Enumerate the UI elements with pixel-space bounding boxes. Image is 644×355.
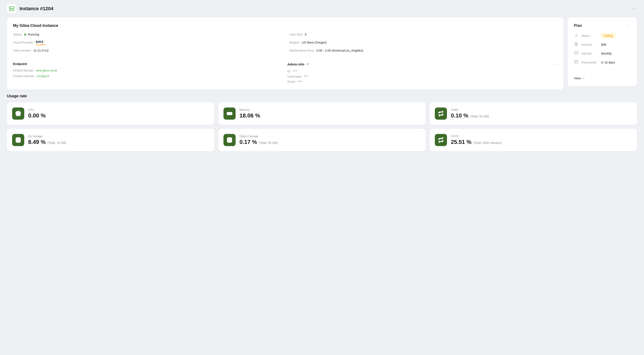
usage-value-object-storage: 0.17 % (Total: 50 GB)	[240, 139, 278, 145]
user-limit-label: User limit:	[290, 33, 303, 36]
divider	[13, 57, 558, 57]
gitea-version-label: Gitea version:	[13, 49, 32, 52]
usage-info-cpu: CPU 0.00 %	[28, 108, 46, 119]
eye-icon[interactable]: 👁	[306, 62, 310, 66]
usage-name-cpu: CPU	[28, 108, 46, 111]
usage-card-cpu: CPU 0.00 %	[7, 102, 214, 125]
usage-total-traffic: (Total: 50 GB)	[470, 115, 489, 118]
page-title: Instance #1204	[20, 6, 54, 12]
svg-rect-0	[9, 7, 14, 8]
usage-total-object-storage: (Total: 50 GB)	[259, 141, 278, 145]
admin-info-title: Admin Info	[287, 62, 304, 66]
user-limit-row: User limit: 5	[290, 33, 558, 36]
default-domain-value[interactable]: ●●●.gitea.cloud	[36, 69, 57, 72]
cpu-icon	[12, 108, 24, 120]
default-domain-label: Default domain:	[13, 69, 34, 72]
usage-total-git-storage: (Total: 10 GB)	[48, 141, 66, 145]
header-menu-dots[interactable]: ···	[632, 6, 637, 12]
usage-total-cicd: (Total: 1000 minutes)	[473, 141, 502, 145]
admin-username-row: Username: ***	[287, 75, 558, 78]
usage-card-traffic: Traffic 0.10 % (Total: 50 GB)	[430, 102, 637, 125]
usage-value-cpu: 0.00 %	[28, 112, 46, 119]
instance-card-title: My Gitea Cloud Instance	[13, 24, 558, 28]
status-value: Running	[28, 33, 39, 36]
usage-info-git-storage: Git Storage 8.49 % (Total: 10 GB)	[28, 135, 66, 145]
memory-icon	[224, 108, 236, 120]
admin-info-title-group: Admin Info 👁	[287, 62, 310, 66]
maintenance-value: 0:00 - 1:00 (America/Los_Angeles)	[316, 49, 363, 52]
status-row: Status: Running	[13, 33, 281, 36]
cloud-provider-row: Cloud Provider: aws	[13, 40, 281, 45]
header-left: Instance #1204	[7, 4, 54, 14]
usage-name-memory: Memory	[240, 108, 260, 111]
status-label: Status:	[13, 33, 22, 36]
chart-icon	[574, 33, 578, 38]
usage-name-object-storage: Object Storage	[240, 135, 278, 138]
admin-username-label: Username:	[287, 75, 302, 78]
plan-amount-row: Amount: $38	[574, 42, 631, 47]
plan-interval-label: Interval:	[581, 52, 598, 55]
git-storage-icon	[12, 134, 24, 146]
usage-section: Usage rate CPU 0.00 % Memory 18.06 %	[7, 94, 637, 151]
admin-username-value: ***	[304, 75, 308, 78]
usage-card-git-storage: Git Storage 8.49 % (Total: 10 GB)	[7, 129, 214, 151]
aws-logo: aws	[36, 40, 46, 45]
plan-amount-label: Amount:	[581, 43, 598, 46]
admin-email-value: ***	[298, 80, 302, 84]
aws-smile-icon	[36, 44, 46, 45]
gitea-version-value: v1.21.0-rc2	[33, 49, 48, 52]
plan-amount-value: $38	[601, 43, 606, 46]
usage-info-cicd: CI/CD 25.51 % (Total: 1000 minutes)	[451, 135, 502, 145]
plan-trial-label: Trial period:	[581, 61, 598, 64]
instance-card: My Gitea Cloud Instance Status: Running …	[7, 17, 564, 90]
cloud-provider-label: Cloud Provider:	[13, 41, 34, 44]
usage-info-traffic: Traffic 0.10 % (Total: 50 GB)	[451, 108, 489, 119]
admin-email-label: Email:	[287, 80, 296, 84]
cicd-icon	[435, 134, 447, 146]
usage-value-cicd: 25.51 % (Total: 1000 minutes)	[451, 139, 502, 145]
usage-title: Usage rate	[7, 94, 637, 98]
server-icon	[7, 4, 16, 14]
admin-id-row: ID: ***	[287, 70, 558, 73]
svg-rect-16	[18, 113, 19, 114]
plan-trial-row: Trial period: in 10 days	[574, 60, 631, 65]
card-icon	[574, 51, 578, 56]
usage-name-cicd: CI/CD	[451, 135, 502, 138]
usage-value-memory: 18.06 %	[240, 112, 260, 119]
instance-info-grid: Status: Running User limit: 5 Cloud Prov…	[13, 33, 558, 52]
endpoint-title: Endpoint	[13, 62, 283, 66]
status-indicator	[24, 34, 26, 36]
plan-status-row: Status: Trialing	[574, 33, 631, 38]
traffic-icon	[435, 108, 447, 120]
plan-header: Plan ···	[574, 24, 631, 28]
maintenance-row: Maintenance hour: 0:00 - 1:00 (America/L…	[290, 49, 558, 52]
usage-value-git-storage: 8.49 % (Total: 10 GB)	[28, 139, 66, 145]
usage-name-git-storage: Git Storage	[28, 135, 66, 138]
calendar-icon	[574, 60, 578, 65]
plan-divider	[574, 70, 631, 70]
plan-card: Plan ··· Status: Trialing Amount:	[568, 17, 637, 86]
usage-name-traffic: Traffic	[451, 108, 489, 111]
configure-link[interactable]: configure	[37, 74, 49, 78]
plan-view-link[interactable]: View →	[574, 76, 585, 80]
plan-menu[interactable]: ···	[627, 24, 631, 28]
region-value: US West (Oregon)	[302, 41, 326, 44]
header: Instance #1204 ···	[0, 0, 644, 17]
dollar-icon	[574, 42, 578, 47]
usage-grid: CPU 0.00 % Memory 18.06 % Traffic 0.10 %…	[7, 102, 637, 151]
object-storage-icon	[224, 134, 236, 146]
default-domain-row: Default domain: ●●●.gitea.cloud	[13, 69, 283, 72]
plan-trial-value: in 10 days	[601, 61, 615, 64]
usage-info-memory: Memory 18.06 %	[240, 108, 260, 119]
plan-interval-row: Interval: Monthly	[574, 51, 631, 56]
bottom-grid: Endpoint Default domain: ●●●.gitea.cloud…	[13, 62, 558, 84]
custom-domain-row: Custom domain: configure	[13, 74, 283, 78]
custom-domain-label: Custom domain:	[13, 74, 35, 78]
admin-info-header: Admin Info 👁 ···	[287, 62, 558, 67]
usage-info-object-storage: Object Storage 0.17 % (Total: 50 GB)	[240, 135, 278, 145]
user-limit-value: 5	[305, 33, 306, 36]
admin-id-label: ID:	[287, 70, 291, 73]
svg-rect-1	[9, 9, 14, 11]
admin-info-menu[interactable]: ···	[553, 62, 558, 67]
aws-text: aws	[36, 40, 44, 44]
